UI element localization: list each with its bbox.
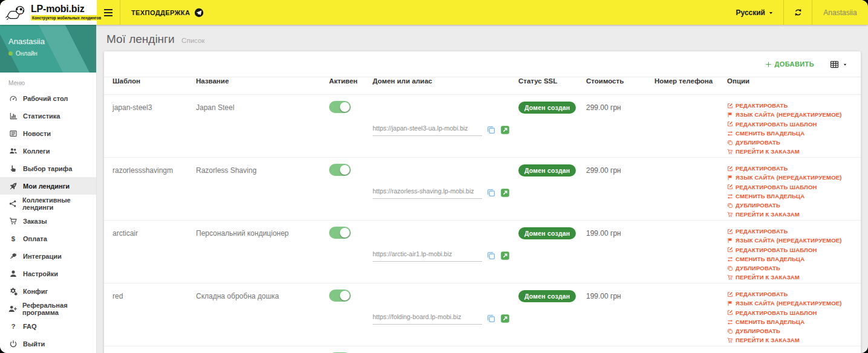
dollar-icon: $ [8,235,18,243]
cell-template: arcticair [104,221,188,283]
sidebar-item[interactable]: $ Оплата [0,230,96,247]
refresh-button[interactable] [784,0,812,25]
sidebar-item-label: FAQ [23,323,37,330]
exchange-icon [727,319,733,325]
column-header: Шаблон [104,77,188,94]
app-window: LP-mobi.biz Конструктор мобильных лендин… [0,0,868,353]
domain-input[interactable] [373,249,482,262]
user-panel: Anastasiia Онлайн [0,25,96,73]
cell-options: РЕДАКТИРОВАТЬ ЯЗЫК САЙТА (НЕРЕДАКТИРУЕМО… [719,158,861,220]
add-button[interactable]: ДОБАВИТЬ [765,60,815,68]
cell-phone [646,221,719,283]
row-option-link[interactable]: РЕДАКТИРОВАТЬ ШАБЛОН [727,245,861,254]
sidebar-item[interactable]: Конфиг [0,282,96,300]
sidebar-item[interactable]: Выбор тарифа [0,160,96,177]
cell-active [321,158,364,220]
sidebar-item-label: Интеграции [23,253,62,260]
row-option-link[interactable]: ДУБЛИРОВАТЬ [727,264,861,273]
hand-pointer-icon [8,164,18,173]
svg-text:$: $ [11,235,15,242]
copy-icon[interactable] [486,188,496,198]
cell-template: clothes and shoes [104,346,188,353]
open-site-icon[interactable] [500,188,510,198]
sidebar-item[interactable]: Коллеги [0,142,96,160]
chart-icon [8,112,18,120]
logo[interactable]: LP-mobi.biz Конструктор мобильных лендин… [0,0,97,25]
domain-input[interactable] [373,123,482,136]
open-site-icon[interactable] [500,251,510,261]
topbar-username[interactable]: Anastasiia [812,0,868,25]
sidebar-item-label: Мои лендинги [23,183,70,190]
card-toolbar: ДОБАВИТЬ [104,51,861,77]
sidebar-item[interactable]: ? FAQ [0,317,96,335]
row-option-link[interactable]: ПЕРЕЙТИ К ЗАКАЗАМ [727,335,861,345]
row-option-link[interactable]: ДУБЛИРОВАТЬ [727,138,861,147]
row-option-link[interactable]: РЕДАКТИРОВАТЬ ШАБЛОН [727,120,861,129]
cell-template: japan-steel3 [104,95,188,157]
sidebar-item[interactable]: Коллективные лендинги [0,195,96,212]
sidebar-item[interactable]: Новости [0,125,96,142]
language-dropdown[interactable]: Русский [726,0,784,25]
cell-domain [364,221,510,283]
row-option-link[interactable]: ПЕРЕЙТИ К ЗАКАЗАМ [727,210,861,219]
row-option-link[interactable]: ЯЗЫК САЙТА (НЕРЕДАКТИРУЕМОЕ) [727,173,861,182]
row-option-link[interactable]: СМЕНИТЬ ВЛАДЕЛЬЦА [727,254,861,264]
row-option-link[interactable]: РЕДАКТИРОВАТЬ ШАБЛОН [727,183,861,192]
row-option-link[interactable]: РЕДАКТИРОВАТЬ ШАБЛОН [727,308,861,317]
row-option-link[interactable]: РЕДАКТИРОВАТЬ [727,227,861,236]
share-icon [8,199,17,208]
sidebar-item-label: Реферальная программа [22,302,88,316]
main-content: Мої лендінги Список ДОБАВИТЬ ШаблонНазва… [97,25,868,353]
columns-dropdown[interactable] [830,60,847,69]
row-option-link[interactable]: ЯЗЫК САЙТА (НЕРЕДАКТИРУЕМОЕ) [727,299,861,308]
row-option-link[interactable]: СМЕНИТЬ ВЛАДЕЛЬЦА [727,317,861,326]
edit-icon [727,184,733,190]
table-row: arcticair Персональний кондиціонер Домен… [104,221,861,283]
active-toggle[interactable] [329,227,351,239]
row-option-link[interactable]: СМЕНИТЬ ВЛАДЕЛЬЦА [727,192,861,201]
flag-icon [727,300,733,306]
open-site-icon[interactable] [500,314,510,323]
page-title: Мої лендінги [106,33,175,45]
domain-input[interactable] [373,312,482,325]
hamburger-menu-button[interactable] [97,0,120,25]
sidebar-item[interactable]: Статистика [0,107,96,125]
gears-icon [8,287,18,296]
row-option-link[interactable]: РЕДАКТИРОВАТЬ [727,101,861,110]
table-row: red Складна обробна дошка Домен создан 1… [104,283,861,346]
row-option-link[interactable]: СМЕНИТЬ ВЛАДЕЛЬЦА [727,129,861,138]
cell-active [321,95,364,157]
sidebar-item-label: Коллективные лендинги [22,196,88,211]
row-option-link[interactable]: ЯЗЫК САЙТА (НЕРЕДАКТИРУЕМОЕ) [727,236,861,245]
active-toggle[interactable] [329,101,351,113]
domain-input[interactable] [373,186,482,199]
sidebar-item[interactable]: Реферальная программа [0,300,96,317]
copy-icon[interactable] [486,251,496,261]
open-site-icon[interactable] [500,125,510,135]
row-option-link[interactable]: ПЕРЕЙТИ К ЗАКАЗАМ [727,273,861,282]
sidebar-item[interactable]: Настройки [0,265,96,282]
active-toggle[interactable] [329,164,351,176]
row-option-link[interactable]: РЕДАКТИРОВАТЬ [727,290,861,299]
row-option-link[interactable]: ЯЗЫК САЙТА (НЕРЕДАКТИРУЕМОЕ) [727,110,861,119]
sidebar-item[interactable]: Мои лендинги [0,177,96,195]
row-option-link[interactable]: РЕДАКТИРОВАТЬ [727,164,861,173]
logo-title: LP-mobi.biz [31,4,102,14]
exchange-icon [727,256,733,262]
duplicate-icon [727,140,733,146]
cell-name: Персональний кондиціонер [188,221,321,283]
active-toggle[interactable] [329,290,351,302]
sidebar-item[interactable]: Интеграции [0,247,96,265]
sidebar-item[interactable]: Заказы [0,212,96,230]
sidebar-item[interactable]: Выйти [0,335,96,352]
cell-active [321,221,364,283]
row-option-link[interactable]: ДУБЛИРОВАТЬ [727,201,861,210]
flag-icon [727,175,733,181]
column-header: Опции [719,77,861,94]
support-button[interactable]: ТЕХПОДДЕРЖКА [120,0,215,25]
sidebar-item[interactable]: Рабочий стол [0,89,96,107]
copy-icon[interactable] [486,125,496,135]
copy-icon[interactable] [486,314,496,323]
row-option-link[interactable]: ПЕРЕЙТИ К ЗАКАЗАМ [727,147,861,156]
row-option-link[interactable]: ДУБЛИРОВАТЬ [727,326,861,335]
